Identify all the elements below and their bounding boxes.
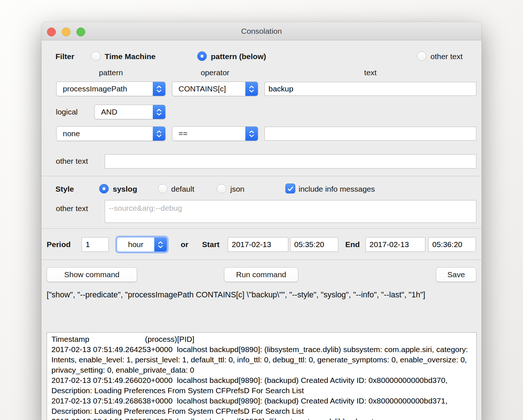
- stepper: [245, 82, 258, 96]
- separator: [42, 228, 481, 229]
- style-other-input[interactable]: [105, 200, 476, 223]
- log-line: 2017-02-13 07:51:49.268638+0000 localhos…: [51, 396, 472, 416]
- separator: [42, 260, 481, 260]
- radio-other-text[interactable]: [417, 51, 426, 61]
- app-window: Consolation Filter Time Machine pattern …: [42, 22, 481, 420]
- radio-default[interactable]: [158, 184, 167, 193]
- chevron-down-icon: [249, 90, 254, 93]
- chevron-down-icon: [249, 134, 254, 137]
- period-label: Period: [47, 240, 71, 249]
- start-label: Start: [202, 240, 220, 249]
- log-line: 2017-02-13 08:14:51.768997+0000 localhos…: [51, 416, 472, 420]
- show-command-button[interactable]: Show command: [47, 267, 137, 282]
- pattern2-select[interactable]: none: [56, 126, 166, 141]
- end-time-input[interactable]: [428, 237, 476, 252]
- radio-syslog-label: syslog: [113, 185, 137, 193]
- filter-section-label: Filter: [55, 52, 74, 61]
- logical-select[interactable]: AND: [94, 105, 166, 119]
- start-date-input[interactable]: [228, 237, 288, 252]
- stepper: [153, 127, 165, 141]
- radio-time-machine[interactable]: [91, 51, 101, 61]
- log-header-line: Timestamp (process)[PID]: [51, 334, 472, 344]
- end-label: End: [345, 240, 360, 249]
- stepper: [245, 127, 258, 141]
- filter-other-input[interactable]: [105, 154, 476, 169]
- title-bar: Consolation: [42, 22, 481, 40]
- log-output[interactable]: Timestamp (process)[PID] 2017-02-13 07:5…: [47, 332, 477, 420]
- filter-other-label: other text: [56, 157, 88, 166]
- radio-default-label: default: [171, 185, 194, 193]
- period-unit-select[interactable]: hour: [117, 237, 167, 252]
- stepper: [153, 105, 165, 119]
- chevron-up-icon: [249, 86, 254, 88]
- chevron-up-icon: [158, 241, 163, 244]
- stepper: [154, 238, 167, 251]
- save-button[interactable]: Save: [436, 267, 476, 282]
- chevron-down-icon: [156, 113, 162, 116]
- or-label: or: [181, 240, 188, 249]
- radio-pattern-below[interactable]: [197, 51, 207, 61]
- chevron-down-icon: [156, 90, 162, 93]
- period-value-input[interactable]: [82, 237, 109, 252]
- chevron-up-icon: [156, 130, 162, 133]
- text2-input[interactable]: [264, 127, 476, 141]
- separator: [42, 176, 481, 176]
- log-line: 2017-02-13 07:51:49.264253+0000 localhos…: [51, 344, 472, 375]
- chevron-up-icon: [156, 86, 162, 88]
- radio-syslog[interactable]: [99, 184, 109, 193]
- operator-select[interactable]: CONTAINS[c]: [172, 82, 258, 96]
- window-title: Consolation: [42, 27, 481, 36]
- radio-other-text-label: other text: [430, 52, 463, 61]
- log-line: 2017-02-13 07:51:49.266020+0000 localhos…: [51, 375, 472, 396]
- chevron-up-icon: [249, 130, 254, 133]
- end-date-input[interactable]: [365, 237, 425, 252]
- logical-label: logical: [56, 108, 78, 116]
- chevron-down-icon: [158, 245, 163, 248]
- radio-json-label: json: [230, 185, 245, 193]
- operator-header: operator: [172, 68, 258, 77]
- run-command-button[interactable]: Run command: [224, 267, 298, 282]
- checkbox-include-info-label: include info messages: [299, 185, 375, 193]
- style-section-label: Style: [55, 185, 74, 193]
- pattern-header: pattern: [56, 68, 166, 77]
- start-time-input[interactable]: [290, 237, 338, 252]
- operator2-select[interactable]: ==: [172, 126, 258, 141]
- command-preview: ["show", "--predicate", "processImagePat…: [47, 289, 477, 301]
- check-icon: [288, 187, 293, 191]
- radio-pattern-below-label: pattern (below): [211, 52, 266, 61]
- style-other-label: other text: [56, 204, 88, 213]
- text-input[interactable]: [264, 82, 476, 96]
- text-header: text: [264, 68, 476, 77]
- chevron-down-icon: [156, 134, 162, 137]
- stepper: [153, 82, 165, 96]
- radio-json[interactable]: [217, 184, 226, 193]
- radio-time-machine-label: Time Machine: [105, 52, 156, 61]
- chevron-up-icon: [156, 109, 162, 112]
- checkbox-include-info[interactable]: [285, 184, 295, 193]
- pattern-select[interactable]: processImagePath: [56, 82, 166, 96]
